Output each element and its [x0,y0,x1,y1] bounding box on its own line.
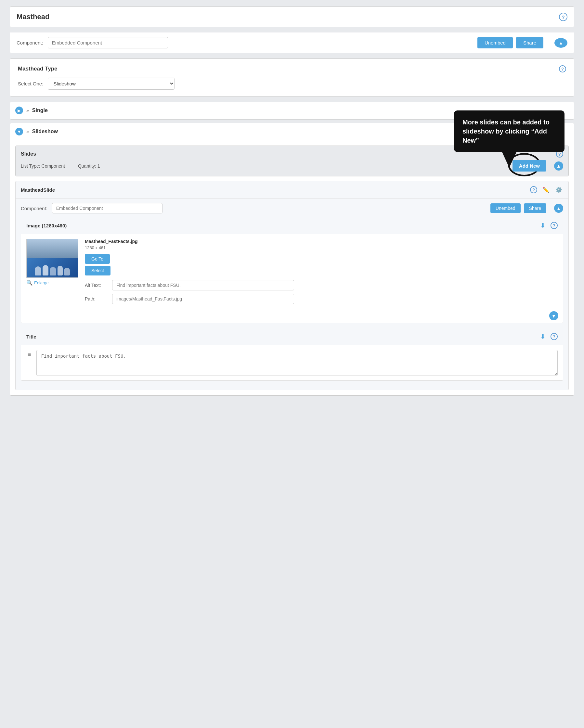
single-accordion-header[interactable]: ▶ » Single More slides can be added to s… [10,102,574,119]
unembed-button[interactable]: Unembed [477,37,513,48]
image-thumbnail [26,239,78,278]
masthead-slide-title: MastheadSlide [21,187,55,193]
image-help-icon[interactable]: ? [551,222,558,229]
tooltip-bubble: More slides can be added to slideshow by… [454,110,564,152]
quantity-text: Quantity: 1 [78,163,100,168]
alt-text-input[interactable] [112,280,294,290]
slide-unembed-button[interactable]: Unembed [490,203,520,213]
image-filename: Masthead_FastFacts.jpg [85,239,558,244]
slideshow-title: Slideshow [32,129,58,134]
image-collapse-down[interactable]: ▼ [549,311,558,320]
title-download-icon[interactable]: ⬇ [538,332,547,341]
image-section-title: Image (1280x460) [26,223,67,228]
drag-handle[interactable]: ≡ [26,350,32,359]
slide-component-label: Component: [21,206,47,211]
title-textarea[interactable]: Find important facts about FSU. [36,350,558,376]
slide-edit-icon[interactable]: ✏️ [541,185,550,194]
image-download-icon[interactable]: ⬇ [538,221,547,230]
select-button[interactable]: Select [85,266,110,276]
share-button[interactable]: Share [516,37,543,48]
slide-collapse-up[interactable]: ▲ [554,204,563,213]
title-help-icon[interactable]: ? [551,333,558,340]
single-expand-icon[interactable]: ▶ [15,107,23,114]
add-new-button[interactable]: Add New [512,160,546,172]
masthead-type-select[interactable]: Slideshow Single None [48,78,175,90]
slideshow-body: Slides ? List Type: Component Quantity: … [10,140,574,395]
slide-settings-icon[interactable]: ⚙️ [554,185,563,194]
slides-title: Slides [21,151,36,157]
slide-help-icon[interactable]: ? [530,186,537,193]
alt-text-label: Alt Text: [85,283,107,288]
path-label: Path: [85,296,107,302]
image-dimensions: 1280 x 461 [85,245,558,250]
select-one-label: Select One: [18,81,43,86]
page-title: Masthead [17,13,49,21]
component-input[interactable] [48,37,168,48]
enlarge-link[interactable]: 🔍 Enlarge [26,280,78,286]
go-to-button[interactable]: Go To [85,254,110,264]
help-icon[interactable]: ? [559,13,567,21]
single-arrows: » [26,108,29,113]
masthead-type-title: Masthead Type [18,66,57,72]
component-label: Component: [17,40,43,46]
slideshow-arrows: » [26,129,29,134]
slides-collapse-button[interactable]: ▲ [554,161,563,171]
title-section-title: Title [26,334,36,339]
single-title: Single [32,107,48,113]
masthead-type-help-icon[interactable]: ? [559,65,566,73]
slide-share-button[interactable]: Share [524,203,546,213]
path-input[interactable] [112,294,294,304]
slideshow-expand-icon[interactable]: ▼ [15,128,23,135]
slide-component-input[interactable] [52,203,162,213]
list-type-text: List Type: Component [21,163,65,168]
collapse-up-button[interactable]: ▲ [554,38,567,48]
